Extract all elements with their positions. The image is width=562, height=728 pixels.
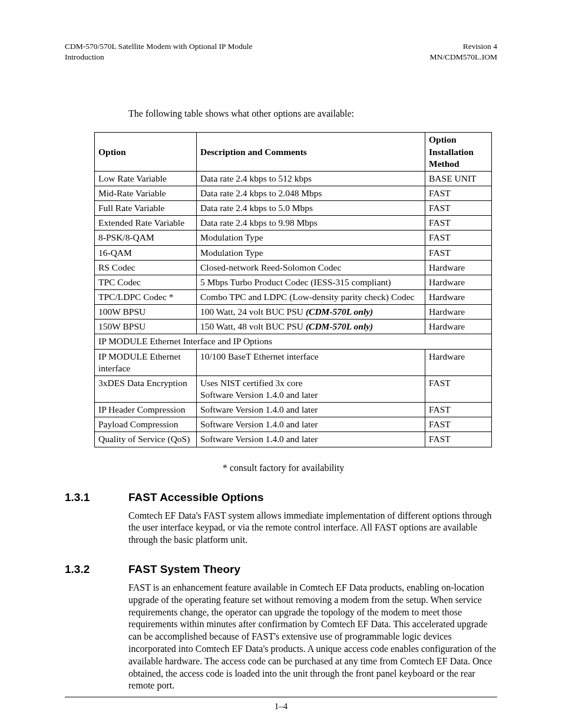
cell-method: Hardware xyxy=(425,275,492,289)
cell-option: 8-PSK/8-QAM xyxy=(95,230,197,245)
cell-option: IP MODULE Ethernet interface xyxy=(95,349,197,375)
section-number: 1.3.1 xyxy=(65,491,128,504)
table-row: TPC Codec 5 Mbps Turbo Product Codec (IE… xyxy=(95,275,492,289)
cell-method: FAST xyxy=(425,201,492,216)
table-row: Mid-Rate Variable Data rate 2.4 kbps to … xyxy=(95,186,492,201)
options-table: Option Description and Comments Option I… xyxy=(94,132,492,447)
cell-option: Mid-Rate Variable xyxy=(95,186,197,201)
header-revision: Revision 4 xyxy=(463,42,497,51)
section-paragraph: FAST is an enhancement feature available… xyxy=(128,582,497,692)
section-number: 1.3.2 xyxy=(65,563,128,576)
cell-option: Extended Rate Variable xyxy=(95,216,197,230)
table-row: Payload Compression Software Version 1.4… xyxy=(95,417,492,432)
cell-method: FAST xyxy=(425,186,492,201)
table-row: Full Rate Variable Data rate 2.4 kbps to… xyxy=(95,201,492,216)
cell-section: IP MODULE Ethernet Interface and IP Opti… xyxy=(95,334,492,349)
cell-desc: Uses NIST certified 3x coreSoftware Vers… xyxy=(197,375,425,402)
cell-option: Low Rate Variable xyxy=(95,171,197,186)
cell-option: 100W BPSU xyxy=(95,305,197,319)
cell-method: FAST xyxy=(425,417,492,432)
table-row: 3xDES Data Encryption Uses NIST certifie… xyxy=(95,375,492,402)
cell-method: Hardware xyxy=(425,260,492,275)
cell-option: 3xDES Data Encryption xyxy=(95,375,197,402)
cell-desc: Combo TPC and LDPC (Low-density parity c… xyxy=(197,289,425,304)
section-title: FAST Accessible Options xyxy=(128,491,263,504)
table-row: IP MODULE Ethernet interface 10/100 Base… xyxy=(95,349,492,375)
cell-method: FAST xyxy=(425,230,492,245)
cell-desc: 10/100 BaseT Ethernet interface xyxy=(197,349,425,375)
section-paragraph: Comtech EF Data's FAST system allows imm… xyxy=(128,510,497,546)
table-row: 100W BPSU 100 Watt, 24 volt BUC PSU (CDM… xyxy=(95,305,492,319)
section-title: FAST System Theory xyxy=(128,563,240,576)
header-docnum: MN/CDM570L.IOM xyxy=(430,52,497,61)
cell-desc: Modulation Type xyxy=(197,230,425,245)
cell-option: Quality of Service (QoS) xyxy=(95,432,197,447)
cell-option: IP Header Compression xyxy=(95,403,197,417)
cell-option: TPC Codec xyxy=(95,275,197,289)
page-number: 1–4 xyxy=(0,701,562,711)
table-row: 150W BPSU 150 Watt, 48 volt BUC PSU (CDM… xyxy=(95,319,492,334)
cell-option: Payload Compression xyxy=(95,417,197,432)
table-section-row: IP MODULE Ethernet Interface and IP Opti… xyxy=(95,334,492,349)
table-row: Quality of Service (QoS) Software Versio… xyxy=(95,432,492,447)
cell-method: FAST xyxy=(425,432,492,447)
cell-desc: Data rate 2.4 kbps to 9.98 Mbps xyxy=(197,216,425,230)
cell-desc: Software Version 1.4.0 and later xyxy=(197,417,425,432)
cell-method: Hardware xyxy=(425,319,492,334)
table-intro: The following table shows what other opt… xyxy=(128,108,497,119)
cell-option: 16-QAM xyxy=(95,245,197,260)
cell-desc: Data rate 2.4 kbps to 5.0 Mbps xyxy=(197,201,425,216)
table-row: TPC/LDPC Codec * Combo TPC and LDPC (Low… xyxy=(95,289,492,304)
table-row: RS Codec Closed-network Reed-Solomon Cod… xyxy=(95,260,492,275)
cell-desc: Software Version 1.4.0 and later xyxy=(197,432,425,447)
cell-desc: Data rate 2.4 kbps to 2.048 Mbps xyxy=(197,186,425,201)
table-row: Extended Rate Variable Data rate 2.4 kbp… xyxy=(95,216,492,230)
cell-method: Hardware xyxy=(425,305,492,319)
page-header: CDM-570/570L Satellite Modem with Option… xyxy=(65,41,497,62)
section-heading: 1.3.2FAST System Theory xyxy=(65,563,497,576)
cell-desc: Modulation Type xyxy=(197,245,425,260)
cell-desc: 5 Mbps Turbo Product Codec (IESS-315 com… xyxy=(197,275,425,289)
cell-desc: Closed-network Reed-Solomon Codec xyxy=(197,260,425,275)
cell-method: BASE UNIT xyxy=(425,171,492,186)
cell-option: Full Rate Variable xyxy=(95,201,197,216)
cell-method: FAST xyxy=(425,403,492,417)
section-heading: 1.3.1FAST Accessible Options xyxy=(65,491,497,504)
table-row: IP Header Compression Software Version 1… xyxy=(95,403,492,417)
table-row: Low Rate Variable Data rate 2.4 kbps to … xyxy=(95,171,492,186)
col-desc: Description and Comments xyxy=(197,133,425,171)
col-method: Option Installation Method xyxy=(425,133,492,171)
cell-method: Hardware xyxy=(425,349,492,375)
cell-desc: Data rate 2.4 kbps to 512 kbps xyxy=(197,171,425,186)
cell-method: FAST xyxy=(425,245,492,260)
header-section: Introduction xyxy=(65,52,104,61)
table-header-row: Option Description and Comments Option I… xyxy=(95,133,492,171)
footer-rule xyxy=(65,697,497,697)
header-product: CDM-570/570L Satellite Modem with Option… xyxy=(65,42,252,51)
cell-desc: 150 Watt, 48 volt BUC PSU (CDM-570L only… xyxy=(197,319,425,334)
cell-desc: Software Version 1.4.0 and later xyxy=(197,403,425,417)
table-row: 16-QAM Modulation Type FAST xyxy=(95,245,492,260)
cell-option: 150W BPSU xyxy=(95,319,197,334)
cell-desc: 100 Watt, 24 volt BUC PSU (CDM-570L only… xyxy=(197,305,425,319)
table-footnote: * consult factory for availability xyxy=(223,463,497,473)
col-option: Option xyxy=(95,133,197,171)
cell-option: TPC/LDPC Codec * xyxy=(95,289,197,304)
table-row: 8-PSK/8-QAM Modulation Type FAST xyxy=(95,230,492,245)
cell-method: FAST xyxy=(425,216,492,230)
cell-method: Hardware xyxy=(425,289,492,304)
cell-option: RS Codec xyxy=(95,260,197,275)
cell-method: FAST xyxy=(425,375,492,402)
